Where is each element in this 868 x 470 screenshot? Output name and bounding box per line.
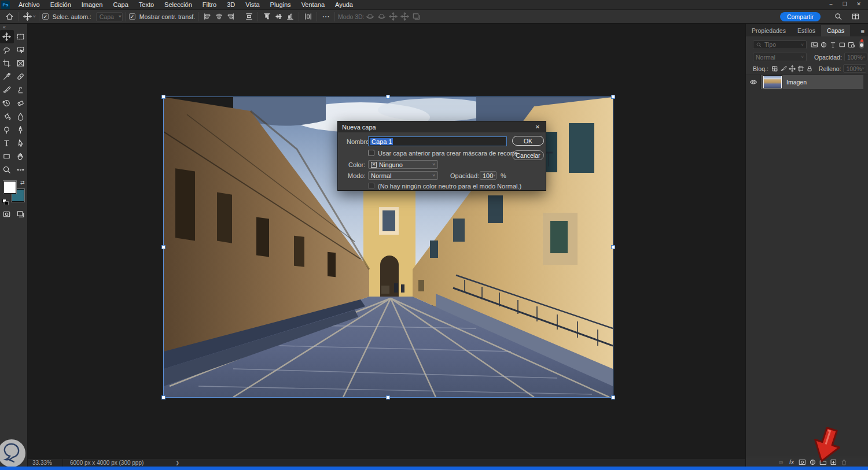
dialog-title-bar[interactable]: Nueva capa ✕ — [338, 121, 546, 132]
panel-menu-icon[interactable]: ≡ — [861, 28, 865, 36]
menu-capa[interactable]: Capa — [108, 0, 133, 10]
menu-ventana[interactable]: Ventana — [296, 0, 330, 10]
paint-bucket-tool[interactable] — [0, 110, 14, 123]
quick-mask-button[interactable] — [0, 208, 14, 221]
blend-mode-dropdown[interactable]: Normal ˅ — [368, 171, 438, 180]
tab-estilos[interactable]: Estilos — [792, 25, 821, 36]
auto-select-checkbox[interactable]: ✓ — [42, 13, 49, 20]
color-dropdown[interactable]: ✕ Ninguno ˅ — [368, 160, 438, 169]
move-tool-icon[interactable] — [21, 12, 33, 22]
lock-pixels-icon[interactable] — [779, 65, 788, 73]
brush-tool[interactable] — [0, 83, 14, 97]
swap-colors-icon[interactable]: ⇄ — [20, 180, 25, 186]
ok-button[interactable]: OK — [512, 136, 544, 146]
eyedropper-tool[interactable] — [0, 70, 14, 83]
rectangular-marquee-tool[interactable] — [14, 30, 28, 43]
filter-smart-objects-icon[interactable] — [847, 40, 856, 49]
show-transform-checkbox[interactable]: ✓ — [129, 13, 135, 20]
eraser-tool[interactable] — [14, 97, 28, 110]
menu-3d[interactable]: 3D — [222, 0, 240, 10]
align-top-icon[interactable] — [261, 12, 273, 22]
lasso-tool[interactable] — [0, 43, 14, 57]
lock-artboard-icon[interactable] — [797, 65, 806, 73]
restore-button[interactable]: ❐ — [838, 0, 852, 9]
menu-imagen[interactable]: Imagen — [76, 0, 108, 10]
menu-archivo[interactable]: Archivo — [13, 0, 45, 10]
pen-tool[interactable] — [14, 123, 28, 136]
dialog-close-icon[interactable]: ✕ — [534, 124, 542, 130]
foreground-color-swatch[interactable] — [3, 181, 16, 194]
tab-capas[interactable]: Capas — [821, 25, 850, 36]
layer-name-input[interactable]: Capa 1 — [368, 136, 507, 146]
type-tool[interactable] — [0, 136, 14, 150]
layer-thumbnail[interactable] — [763, 76, 782, 88]
transform-handle-bottom-left[interactable] — [161, 395, 165, 399]
tab-propiedades[interactable]: Propiedades — [746, 25, 792, 36]
share-button[interactable]: Compartir — [780, 12, 821, 21]
distribute-vertical-icon[interactable] — [243, 12, 255, 22]
menu-filtro[interactable]: Filtro — [197, 0, 222, 10]
lock-position-icon[interactable] — [788, 65, 797, 73]
transform-handle-middle-left[interactable] — [161, 245, 165, 249]
menu-ayuda[interactable]: Ayuda — [330, 0, 358, 10]
lock-row: Bloq.: Relleno: 100%˅ — [746, 64, 868, 73]
zoom-level-field[interactable]: 33.33% — [32, 460, 62, 466]
transform-handle-top-left[interactable] — [161, 95, 165, 99]
distribute-horizontal-icon[interactable] — [302, 12, 314, 22]
layer-filter-toggle[interactable] — [859, 40, 864, 49]
more-options-icon[interactable]: ⋯ — [320, 12, 332, 22]
screen-mode-button[interactable] — [14, 208, 28, 221]
filter-type-layers-icon[interactable] — [828, 40, 837, 49]
lock-all-icon[interactable] — [806, 65, 814, 73]
zoom-tool[interactable] — [0, 163, 14, 176]
filter-adjustment-layers-icon[interactable] — [819, 40, 828, 49]
rectangle-tool[interactable] — [0, 150, 14, 163]
status-chevron-icon[interactable]: ❯ — [175, 460, 179, 465]
path-selection-tool[interactable] — [14, 136, 28, 150]
filter-shape-layers-icon[interactable] — [837, 40, 847, 49]
transform-handle-bottom-center[interactable] — [386, 395, 390, 399]
hand-tool[interactable] — [14, 150, 28, 163]
clone-stamp-tool[interactable] — [14, 83, 28, 97]
menu-texto[interactable]: Texto — [134, 0, 159, 10]
align-center-icon[interactable] — [213, 12, 225, 22]
dodge-tool[interactable] — [0, 123, 14, 136]
history-brush-tool[interactable] — [0, 97, 14, 110]
edit-toolbar-icon[interactable] — [14, 163, 28, 176]
menu-seleccion[interactable]: Selección — [159, 0, 197, 10]
layer-row-selected[interactable]: Imagen — [761, 75, 863, 89]
crop-tool[interactable] — [0, 57, 14, 70]
blur-tool[interactable] — [14, 110, 28, 123]
transform-handle-top-center[interactable] — [386, 95, 390, 99]
home-icon[interactable] — [3, 12, 15, 22]
transform-handle-middle-right[interactable] — [611, 245, 615, 249]
chevron-down-icon[interactable]: ˅ — [33, 14, 36, 19]
minimize-button[interactable]: – — [824, 0, 838, 9]
align-bottom-icon[interactable] — [284, 12, 296, 22]
menu-edicion[interactable]: Edición — [45, 0, 76, 10]
frame-tool[interactable] — [14, 57, 28, 70]
menu-vista[interactable]: Vista — [240, 0, 264, 10]
align-middle-icon[interactable] — [273, 12, 284, 22]
layer-filter-type-dropdown[interactable]: Tipo ˅ — [753, 40, 807, 49]
align-right-icon[interactable] — [225, 12, 236, 22]
clip-mask-checkbox[interactable] — [368, 150, 374, 156]
close-button[interactable]: ✕ — [852, 0, 866, 9]
align-left-icon[interactable] — [201, 12, 213, 22]
default-colors-icon[interactable] — [2, 199, 9, 205]
layer-styles-icon[interactable]: fx — [786, 458, 797, 467]
filter-pixel-layers-icon[interactable] — [810, 40, 819, 49]
menu-plugins[interactable]: Plugins — [265, 0, 296, 10]
layer-row[interactable]: Imagen — [746, 75, 868, 89]
move-tool[interactable] — [0, 30, 14, 43]
transform-handle-bottom-right[interactable] — [611, 395, 615, 399]
opacity-input[interactable]: 100 ˅ — [480, 171, 496, 180]
collapse-toolbar-icon[interactable]: « — [0, 24, 27, 30]
search-icon[interactable] — [832, 12, 844, 22]
spot-healing-brush-tool[interactable] — [14, 70, 28, 83]
workspace-switcher-icon[interactable] — [849, 12, 861, 22]
layer-visibility-eye-icon[interactable] — [746, 75, 761, 89]
lock-transparency-icon[interactable] — [771, 65, 779, 73]
object-selection-tool[interactable] — [14, 43, 28, 57]
transform-handle-top-right[interactable] — [611, 95, 615, 99]
